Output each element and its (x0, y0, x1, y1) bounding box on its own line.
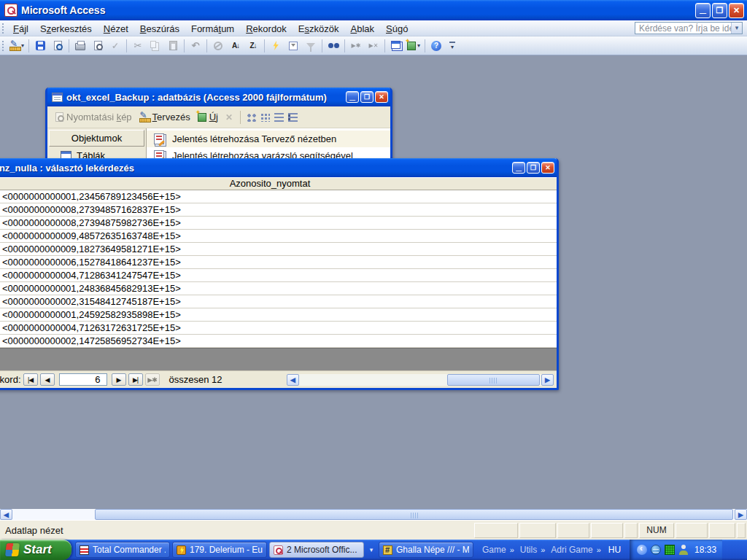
table-row[interactable]: <0000000000009,48572635163748E+15> (0, 230, 557, 243)
scrollbar-track[interactable] (12, 509, 735, 520)
status-panel (737, 523, 746, 538)
taskbar-toolbar-adri-game[interactable]: Adri Game (551, 545, 592, 555)
small-icons-view-icon[interactable] (260, 113, 270, 122)
save-button[interactable] (31, 38, 49, 54)
scrollbar-thumb[interactable] (447, 374, 540, 386)
last-record-button[interactable]: ▶| (128, 373, 143, 386)
total-records-value: 12 (212, 374, 222, 385)
toolbar-grip[interactable] (1, 23, 4, 34)
toolbar-grip[interactable] (1, 40, 4, 52)
taskbar-button[interactable]: 179. Delerium - Eu... (172, 542, 267, 558)
menu-format[interactable]: Formátum (185, 22, 240, 36)
help-question-combo[interactable]: Kérdése van? Írja be ide. ▾ (635, 22, 743, 34)
menu-edit[interactable]: Szerkesztés (34, 22, 98, 36)
tray-app-green-icon[interactable] (665, 545, 675, 555)
first-record-button[interactable]: |◀ (23, 373, 38, 386)
filter-by-form-button[interactable] (285, 38, 302, 54)
find-button[interactable] (325, 38, 342, 54)
tray-messenger-icon[interactable] (678, 545, 689, 555)
table-row[interactable]: <0000000000008,27394857162837E+15> (0, 203, 557, 217)
taskbar-toolbar-game[interactable]: Game (482, 545, 506, 555)
minimize-button[interactable] (346, 91, 359, 103)
menu-tools[interactable]: Eszközök (293, 22, 345, 36)
filter-by-selection-button[interactable] (267, 38, 285, 54)
view-design-button[interactable]: ▾ (7, 38, 26, 54)
menu-bar: FájlSzerkesztésNézetBeszúrásFormátumReko… (0, 20, 747, 36)
restore-button[interactable] (712, 3, 727, 18)
minimize-button[interactable] (512, 162, 525, 174)
scrollbar-track[interactable] (299, 374, 541, 386)
scroll-left-icon[interactable]: ◀ (0, 509, 12, 520)
status-panel (591, 523, 623, 538)
database-window-button[interactable] (387, 38, 405, 54)
maximize-button[interactable] (360, 91, 374, 103)
objects-header-button[interactable]: Objektumok (49, 130, 144, 147)
table-row[interactable]: <0000000000002,14725856952734E+15> (0, 335, 557, 348)
language-indicator[interactable]: HU (608, 545, 621, 555)
maximize-button[interactable] (527, 162, 540, 174)
toolbar-options-icon[interactable] (448, 42, 457, 50)
tray-collapse-icon[interactable] (637, 545, 647, 555)
taskbar-button[interactable]: 2 Microsoft Offic... (269, 542, 364, 558)
table-row[interactable]: <0000000000008,27394875982736E+15> (0, 217, 557, 230)
next-record-button[interactable]: ▶ (112, 373, 126, 386)
menu-insert[interactable]: Beszúrás (134, 22, 185, 36)
taskbar-button[interactable]: Ghalla Népe /// - M... (379, 542, 473, 558)
table-row[interactable]: <0000000000001,23456789123456E+15> (0, 190, 557, 203)
close-button[interactable] (541, 162, 554, 174)
chevron-icon[interactable]: » (597, 545, 601, 554)
menu-file[interactable]: Fájl (7, 22, 34, 36)
column-header[interactable]: Azonosito_nyomtat (0, 177, 557, 190)
table-row[interactable]: <0000000000002,31548412745187E+15> (0, 295, 557, 308)
previous-record-button[interactable]: ◀ (40, 373, 55, 386)
cut-icon (134, 40, 142, 51)
menu-window[interactable]: Ablak (344, 22, 380, 36)
menu-help[interactable]: Súgó (380, 22, 414, 36)
taskbar-button[interactable]: Total Commander ... (75, 542, 170, 558)
chevron-down-icon[interactable]: ▾ (731, 23, 742, 34)
menu-view[interactable]: Nézet (98, 22, 134, 36)
large-icons-view-icon[interactable] (247, 113, 256, 122)
scroll-right-icon[interactable]: ▶ (735, 509, 747, 520)
table-row[interactable]: <0000000000006,15278418641237E+15> (0, 256, 557, 269)
close-button[interactable] (729, 3, 744, 18)
print-button[interactable] (71, 38, 89, 54)
help-button[interactable] (427, 38, 445, 54)
new-button[interactable]: Új (194, 110, 222, 124)
tray-network-icon[interactable] (651, 545, 661, 555)
chevron-icon[interactable]: » (510, 545, 514, 554)
table-row[interactable]: <0000000000004,71286341247547E+15> (0, 269, 557, 282)
current-record-input[interactable] (59, 373, 107, 386)
main-toolbar: ▾▾ (0, 36, 747, 55)
details-view-icon[interactable] (288, 113, 298, 122)
sort-ascending-button[interactable] (227, 38, 244, 54)
chevron-icon[interactable]: » (541, 545, 545, 554)
table-row[interactable]: <0000000000009,18273649581271E+15> (0, 243, 557, 256)
close-button[interactable] (375, 91, 388, 103)
table-row[interactable]: <0000000000001,24592582935898E+15> (0, 308, 557, 322)
scrollbar-thumb[interactable] (95, 509, 733, 520)
table-row[interactable]: <0000000000001,24836845682913E+15> (0, 282, 557, 295)
scroll-left-icon[interactable]: ◀ (287, 374, 299, 386)
table-row[interactable]: <0000000000004,71263172631725E+15> (0, 322, 557, 335)
title-bar: Microsoft Access (0, 0, 747, 20)
status-panels: NUM (474, 523, 746, 538)
print-preview-button[interactable] (89, 38, 107, 54)
copy-button (147, 38, 164, 54)
toolbar-separator (69, 39, 69, 52)
total-records-label: összesen (169, 374, 209, 385)
status-panel-num: NUM (639, 523, 674, 538)
scroll-right-icon[interactable]: ▶ (541, 374, 554, 386)
list-view-icon[interactable] (274, 113, 284, 122)
start-button[interactable]: Start (0, 540, 71, 560)
file-search-button[interactable] (49, 38, 66, 54)
design-button[interactable]: Tervezés (136, 110, 194, 124)
sort-descending-button[interactable] (244, 38, 262, 54)
menu-records[interactable]: Rekordok (240, 22, 293, 36)
app-title: Microsoft Access (21, 4, 105, 16)
minimize-button[interactable] (695, 3, 711, 18)
taskbar-toolbar-utils[interactable]: Utils (520, 545, 537, 555)
taskbar-group-caret-icon[interactable]: ▾ (366, 546, 376, 553)
db-list-item[interactable]: Jelentés létrehozása Tervező nézetben (147, 131, 390, 147)
new-object-button[interactable]: ▾ (405, 38, 422, 54)
